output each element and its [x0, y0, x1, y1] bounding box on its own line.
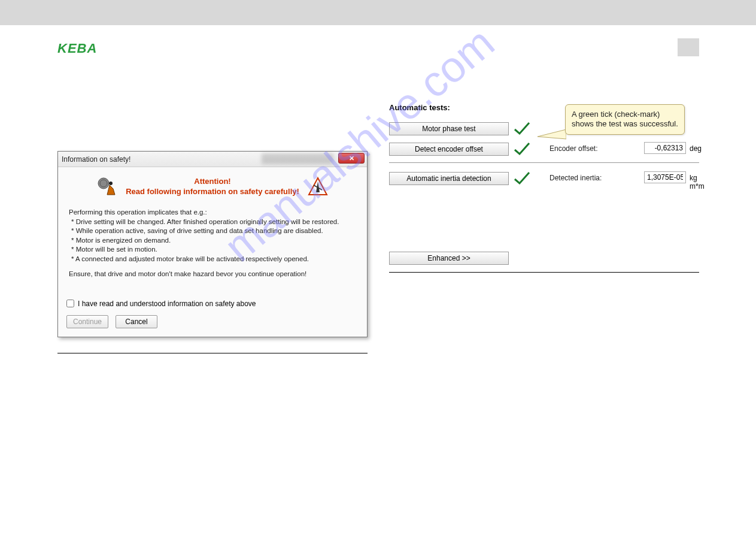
safety-dialog-section: Information on safety! ✕ Attention! Read… — [57, 151, 368, 353]
dialog-title: Information on safety! — [62, 155, 130, 164]
svg-point-2 — [109, 182, 113, 185]
close-button[interactable]: ✕ — [338, 153, 365, 164]
detected-inertia-value[interactable] — [644, 171, 686, 183]
right-bottom-rule — [389, 272, 699, 273]
callout-text: A green tick (check-mark) shows the test… — [572, 110, 678, 128]
cancel-button[interactable]: Cancel — [116, 315, 157, 328]
top-bar — [0, 0, 756, 25]
consent-checkbox[interactable] — [66, 300, 74, 307]
checkmark-icon — [514, 142, 530, 156]
checkmark-icon — [514, 122, 530, 136]
bullet-2: * While operation active, saving of driv… — [71, 226, 356, 236]
callout-tail — [536, 128, 566, 140]
enhanced-button[interactable]: Enhanced >> — [389, 252, 509, 265]
continue-button[interactable]: Continue — [66, 315, 108, 328]
left-bottom-rule — [57, 353, 368, 353]
dialog-button-row: Continue Cancel — [66, 315, 359, 328]
encoder-offset-unit: deg — [690, 144, 702, 153]
encoder-offset-label: Encoder offset: — [549, 144, 598, 153]
worker-warning-icon — [97, 177, 117, 197]
logo-text: KEBA — [57, 41, 97, 56]
triangle-warning-icon — [308, 177, 328, 197]
attention-line1: Attention! — [126, 177, 299, 187]
attention-line2: Read following information on safety car… — [126, 187, 299, 197]
bullet-4: * Motor will be set in motion. — [71, 245, 356, 255]
bullet-3: * Motor is energized on demand. — [71, 236, 356, 246]
automatic-inertia-detection-button[interactable]: Automatic inertia detection — [389, 172, 509, 185]
detect-encoder-offset-button[interactable]: Detect encoder offset — [389, 143, 509, 156]
dialog-body: Attention! Read following information on… — [58, 167, 367, 337]
page-number-box — [678, 38, 699, 56]
consent-row[interactable]: I have read and understood information o… — [66, 300, 359, 308]
callout-bubble: A green tick (check-mark) shows the test… — [565, 104, 685, 135]
dialog-titlebar: Information on safety! ✕ — [58, 152, 367, 167]
info-intro: Performing this operation implicates tha… — [69, 208, 207, 216]
safety-info-text: Performing this operation implicates tha… — [69, 208, 356, 279]
enhanced-row: Enhanced >> — [389, 252, 699, 265]
checkmark-icon — [514, 171, 530, 186]
inertia-row: Automatic inertia detection Detected ine… — [389, 171, 699, 186]
close-icon: ✕ — [349, 155, 354, 162]
motor-phase-test-button[interactable]: Motor phase test — [389, 122, 509, 135]
bullet-1: * Drive setting will be changed. After f… — [71, 217, 356, 227]
bullet-5: * A connected and adjusted motor brake w… — [71, 255, 356, 264]
logo: KEBA — [57, 41, 97, 56]
attention-row: Attention! Read following information on… — [66, 177, 359, 197]
attention-text: Attention! Read following information on… — [126, 177, 299, 197]
titlebar-blur — [262, 153, 333, 164]
encoder-offset-value[interactable] — [644, 142, 686, 154]
detect-encoder-row: Detect encoder offset Encoder offset: de… — [389, 142, 699, 156]
detected-inertia-label: Detected inertia: — [549, 174, 602, 182]
consent-label: I have read and understood information o… — [78, 300, 256, 308]
detected-inertia-unit: kg m*m — [690, 174, 705, 191]
ensure-text: Ensure, that drive and motor don't make … — [69, 270, 306, 277]
safety-dialog: Information on safety! ✕ Attention! Read… — [57, 151, 368, 337]
right-panel-divider-1 — [389, 162, 699, 163]
